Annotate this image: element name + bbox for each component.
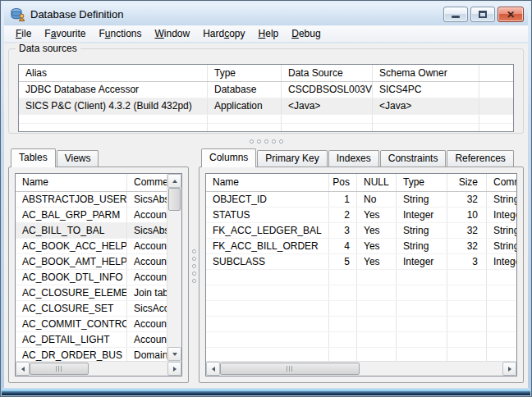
vertical-scrollbar[interactable]	[167, 174, 181, 361]
column-header[interactable]: Data Source	[282, 65, 373, 81]
menu-item-help[interactable]: Help	[252, 25, 286, 42]
column-header[interactable]: Schema Owner	[373, 65, 479, 81]
column-header[interactable]: NULL	[357, 174, 397, 191]
table-cell	[447, 285, 487, 300]
vertical-scroll-track[interactable]	[167, 188, 181, 347]
column-header[interactable]	[479, 65, 513, 81]
column-header[interactable]: Pos	[329, 174, 357, 191]
table-cell	[206, 270, 329, 285]
column-header[interactable]: Type	[208, 65, 282, 81]
table-row[interactable]: FK_ACC_BILL_ORDER4YesString32String - Ob…	[206, 239, 516, 254]
horizontal-scroll-track[interactable]	[220, 362, 502, 376]
splitter-dot	[264, 139, 268, 144]
splitter-dot	[192, 279, 196, 283]
table-row[interactable]: JDBC Database AccessorDatabaseCSCDBSOSL0…	[19, 82, 513, 98]
tables-panel-tabs: Tables Views	[8, 148, 189, 167]
menu-item-window[interactable]: Window	[148, 25, 196, 42]
tab-views[interactable]: Views	[57, 150, 99, 167]
table-row[interactable]: OBJECT_ID1NoString32String - Object I	[206, 192, 516, 208]
menu-item-file[interactable]: File	[9, 25, 38, 42]
menu-item-hardcopy[interactable]: Hardcopy	[196, 25, 251, 42]
table-cell	[357, 332, 397, 347]
table-cell: 32	[447, 223, 487, 238]
scroll-left-icon	[21, 367, 25, 372]
table-row[interactable]: AC_CLOSURE_SETSicsAccou	[16, 301, 167, 317]
scroll-left-button[interactable]	[206, 362, 220, 376]
table-row[interactable]: AC_DR_ORDER_BUSDomain re	[16, 348, 167, 361]
table-row[interactable]: ABSTRACTJOB_USERSicsAbstra	[16, 192, 167, 208]
table-cell: Yes	[357, 239, 397, 253]
table-cell	[487, 301, 516, 316]
table-row[interactable]: AC_BOOK_DTL_INFOAccounting	[16, 270, 167, 285]
scroll-right-button[interactable]	[502, 362, 516, 376]
table-cell: AC_BILL_TO_BAL	[16, 223, 127, 238]
table-row[interactable]: AC_BAL_GRP_PARMAccounting	[16, 208, 167, 223]
tab-primary-key[interactable]: Primary Key	[257, 150, 327, 167]
table-cell	[397, 332, 447, 347]
tables-panel: Tables Views NameComment ABSTRACTJOB_USE…	[8, 148, 189, 383]
table-cell: AC_COMMIT_CONTROL	[16, 317, 127, 331]
table-cell: Accounting	[127, 208, 167, 222]
table-row[interactable]: SICS P&C (Client) 4.3.2 (Build 432pd)App…	[19, 98, 513, 115]
tab-references[interactable]: References	[447, 150, 513, 167]
table-row[interactable]: AC_DETAIL_LIGHTAccounting	[16, 332, 167, 348]
tab-indexes[interactable]: Indexes	[328, 150, 379, 167]
table-cell	[373, 124, 479, 131]
table-cell: 2	[329, 208, 357, 222]
table-cell: OBJECT_ID	[206, 192, 329, 207]
tab-tables[interactable]: Tables	[11, 148, 56, 167]
table-row[interactable]: AC_BOOK_AMT_HELPAccounting	[16, 254, 167, 270]
horizontal-scroll-track[interactable]	[30, 362, 167, 376]
table-cell: AC_CLOSURE_ELEMENT	[16, 285, 127, 300]
column-header[interactable]: Size	[447, 174, 487, 191]
menu-item-debug[interactable]: Debug	[285, 25, 327, 42]
column-header[interactable]: Comment	[127, 174, 167, 191]
table-cell	[487, 332, 516, 347]
horizontal-scrollbar[interactable]	[16, 361, 181, 376]
table-row[interactable]: SUBCLASS5YesInteger3Integer - Interna	[206, 254, 516, 270]
maximize-button[interactable]	[470, 7, 495, 22]
column-header[interactable]: Comment	[487, 174, 516, 191]
close-icon: ✕	[507, 10, 515, 20]
table-row[interactable]: AC_BOOK_ACC_HELPAccounting	[16, 239, 167, 254]
scroll-down-button[interactable]	[167, 347, 181, 361]
data-sources-table: AliasTypeData SourceSchema Owner JDBC Da…	[18, 64, 514, 132]
tables-table-header: NameComment	[16, 174, 167, 192]
table-cell: SUBCLASS	[206, 254, 329, 269]
menu-item-favourite[interactable]: Favourite	[38, 25, 92, 42]
table-row[interactable]: AC_COMMIT_CONTROLAccounting	[16, 317, 167, 332]
table-cell	[479, 82, 513, 98]
horizontal-splitter[interactable]	[4, 136, 528, 146]
splitter-dot	[257, 139, 261, 144]
scroll-right-button[interactable]	[167, 362, 181, 376]
table-cell: 3	[447, 254, 487, 269]
column-header[interactable]: Name	[16, 174, 127, 191]
horizontal-scrollbar[interactable]	[206, 361, 516, 376]
tab-constraints[interactable]: Constraints	[380, 150, 447, 167]
table-row[interactable]: STATUS2YesInteger10Integer - Status	[206, 208, 516, 223]
horizontal-scroll-thumb[interactable]	[30, 363, 89, 375]
minimize-button[interactable]	[443, 7, 468, 22]
scroll-up-button[interactable]	[167, 174, 181, 188]
scroll-left-button[interactable]	[16, 362, 30, 376]
table-cell	[357, 270, 397, 285]
table-cell	[206, 301, 329, 316]
table-row[interactable]: AC_CLOSURE_ELEMENTJoin table	[16, 285, 167, 301]
table-cell: SicsAccou	[127, 301, 167, 316]
column-header[interactable]: Alias	[19, 65, 208, 81]
vertical-splitter[interactable]	[189, 148, 199, 383]
table-row-empty	[206, 301, 516, 317]
menu-bar: FileFavouriteFunctionsWindowHardcopyHelp…	[4, 25, 528, 43]
menu-item-functions[interactable]: Functions	[92, 25, 148, 42]
table-cell: AC_BOOK_ACC_HELP	[16, 239, 127, 253]
tab-columns[interactable]: Columns	[201, 148, 256, 167]
splitter-dot	[272, 139, 276, 144]
close-button[interactable]: ✕	[498, 7, 524, 22]
column-header[interactable]: Name	[206, 174, 329, 191]
horizontal-scroll-thumb[interactable]	[220, 363, 360, 375]
vertical-scroll-thumb[interactable]	[168, 188, 181, 211]
table-row[interactable]: AC_BILL_TO_BALSicsAbstra	[16, 223, 167, 239]
table-row[interactable]: FK_ACC_LEDGER_BAL3YesString32String - Ob…	[206, 223, 516, 239]
column-header[interactable]: Type	[397, 174, 447, 191]
titlebar[interactable]: Database Definition ✕	[4, 3, 528, 25]
